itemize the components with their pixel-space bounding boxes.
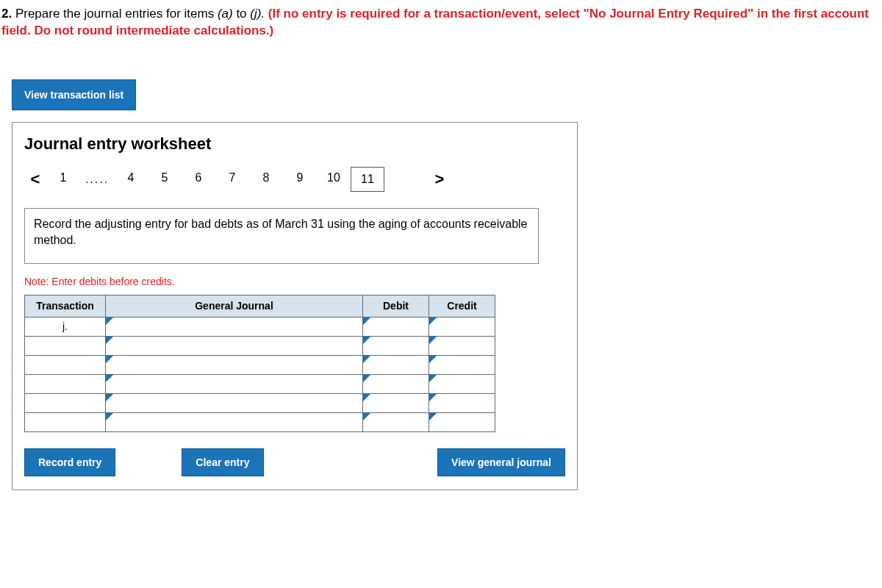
page-tab-8[interactable]: 8	[249, 167, 283, 189]
range-j: (j).	[250, 7, 265, 21]
instruction-mid: to	[233, 7, 251, 21]
table-row	[25, 393, 495, 412]
question-number: 2.	[1, 7, 12, 21]
chevron-right-icon: >	[435, 170, 445, 188]
header-general-journal: General Journal	[106, 295, 363, 317]
header-credit: Credit	[429, 295, 495, 317]
transaction-description-text: Record the adjusting entry for bad debts…	[34, 218, 528, 246]
dropdown-icon	[429, 394, 437, 401]
table-row	[25, 412, 495, 431]
journal-worksheet-panel: Journal entry worksheet < 1.....45678910…	[12, 122, 578, 490]
dropdown-icon	[429, 318, 437, 325]
debit-cell[interactable]	[363, 355, 429, 374]
record-entry-label: Record entry	[38, 456, 101, 468]
debit-cell[interactable]	[363, 412, 429, 431]
debit-cell[interactable]	[363, 393, 429, 412]
clear-entry-button[interactable]: Clear entry	[182, 448, 263, 476]
dropdown-icon	[106, 375, 113, 382]
dropdown-icon	[106, 337, 113, 344]
page-tab-10[interactable]: 10	[317, 167, 351, 189]
debit-cell[interactable]	[363, 374, 429, 393]
dropdown-icon	[429, 375, 437, 382]
debit-cell[interactable]	[363, 317, 429, 336]
transaction-cell: j.	[25, 317, 106, 336]
dropdown-icon	[106, 356, 113, 363]
transaction-cell	[25, 355, 106, 374]
general-journal-cell[interactable]	[106, 355, 363, 374]
question-instruction: 2. Prepare the journal entries for items…	[0, 0, 882, 43]
view-transaction-list-button[interactable]: View transaction list	[12, 79, 136, 110]
transaction-description: Record the adjusting entry for bad debts…	[24, 208, 539, 264]
dropdown-icon	[363, 318, 370, 325]
view-transaction-list-label: View transaction list	[24, 89, 123, 101]
credit-cell[interactable]	[429, 393, 495, 412]
debit-cell[interactable]	[363, 336, 429, 355]
chevron-left-icon: <	[31, 170, 40, 188]
debits-before-credits-note: Note: Enter debits before credits.	[24, 276, 565, 287]
transaction-cell	[25, 412, 106, 431]
credit-cell[interactable]	[429, 336, 495, 355]
table-row	[25, 374, 495, 393]
transaction-cell	[25, 374, 106, 393]
page-tab-7[interactable]: 7	[215, 167, 249, 189]
page-tab-5[interactable]: 5	[148, 167, 182, 189]
action-button-row: Record entry Clear entry View general jo…	[24, 448, 565, 476]
page-tab-11[interactable]: 11	[351, 167, 384, 192]
credit-cell[interactable]	[429, 412, 495, 431]
header-transaction: Transaction	[25, 295, 106, 317]
worksheet-title: Journal entry worksheet	[24, 135, 565, 154]
credit-cell[interactable]	[429, 317, 495, 336]
nav-prev-button[interactable]: <	[24, 170, 46, 189]
journal-entry-table: Transaction General Journal Debit Credit…	[24, 295, 495, 432]
general-journal-cell[interactable]	[106, 412, 363, 431]
dropdown-icon	[429, 413, 437, 420]
page-navigator: < 1.....4567891011 >	[24, 167, 565, 192]
page-tab-1[interactable]: 1	[46, 167, 80, 189]
dropdown-icon	[363, 337, 370, 344]
table-row: j.	[25, 317, 495, 336]
credit-cell[interactable]	[429, 374, 495, 393]
view-general-journal-label: View general journal	[451, 456, 551, 468]
credit-cell[interactable]	[429, 355, 495, 374]
general-journal-cell[interactable]	[106, 317, 363, 336]
dropdown-icon	[363, 394, 370, 401]
view-general-journal-button[interactable]: View general journal	[437, 448, 565, 476]
range-a: (a)	[218, 7, 233, 21]
page-ellipsis: .....	[80, 167, 114, 192]
clear-entry-label: Clear entry	[196, 456, 249, 468]
general-journal-cell[interactable]	[106, 336, 363, 355]
dropdown-icon	[429, 356, 437, 363]
dropdown-icon	[429, 337, 437, 344]
transaction-cell	[25, 393, 106, 412]
general-journal-cell[interactable]	[106, 393, 363, 412]
dropdown-icon	[106, 318, 113, 325]
dropdown-icon	[106, 413, 113, 420]
dropdown-icon	[106, 394, 113, 401]
nav-next-button[interactable]: >	[429, 170, 451, 189]
table-row	[25, 355, 495, 374]
general-journal-cell[interactable]	[106, 374, 363, 393]
table-row	[25, 336, 495, 355]
page-tab-9[interactable]: 9	[283, 167, 317, 189]
transaction-cell	[25, 336, 106, 355]
dropdown-icon	[363, 356, 370, 363]
header-debit: Debit	[363, 295, 429, 317]
instruction-lead: Prepare the journal entries for items	[12, 7, 218, 21]
dropdown-icon	[363, 375, 370, 382]
page-tab-4[interactable]: 4	[114, 167, 148, 189]
dropdown-icon	[363, 413, 370, 420]
record-entry-button[interactable]: Record entry	[24, 448, 115, 476]
page-tab-6[interactable]: 6	[182, 167, 215, 189]
